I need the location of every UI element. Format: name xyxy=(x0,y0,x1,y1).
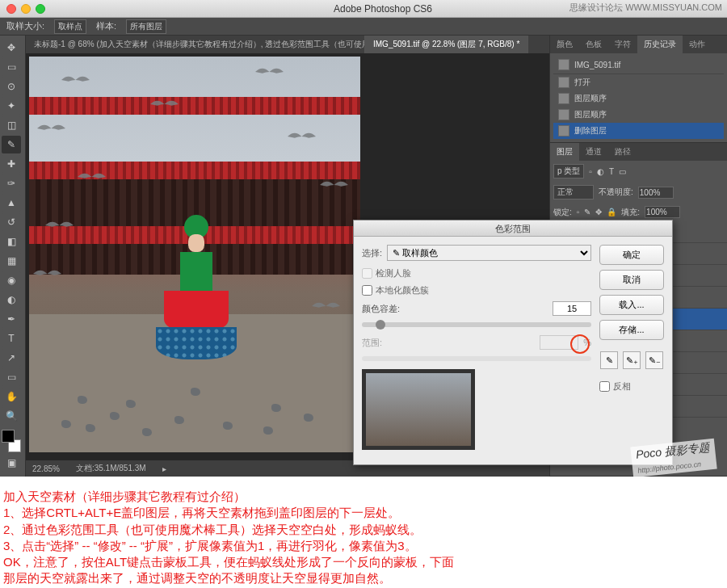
filter-shape-icon[interactable]: ▭ xyxy=(619,167,626,176)
history-tab-3[interactable]: 历史记录 xyxy=(637,36,683,53)
localized-checkbox[interactable] xyxy=(362,285,372,296)
detect-faces-label: 检测人脸 xyxy=(376,267,411,279)
layer-filter[interactable]: p 类型 xyxy=(553,164,584,178)
color-swatches[interactable] xyxy=(2,430,21,452)
tutorial-line-2: 2、通过色彩范围工具（也可使用魔术棒工具）选择天空空白处，形成蚂蚁线。 xyxy=(3,522,724,538)
range-slider xyxy=(362,356,591,361)
stamp-tool[interactable]: ▲ xyxy=(2,194,21,212)
fuzziness-label: 颜色容差: xyxy=(362,303,400,315)
fill-label: 填充: xyxy=(621,207,640,218)
sample-size-dropdown[interactable]: 取样点 xyxy=(54,19,86,34)
cancel-button[interactable]: 取消 xyxy=(599,270,664,290)
history-file-name: IMG_5091.tif xyxy=(574,61,620,69)
eyedropper-sub-icon[interactable]: ✎₋ xyxy=(645,351,663,369)
layer-tab-0[interactable]: 图层 xyxy=(550,143,579,161)
layer-tab-2[interactable]: 路径 xyxy=(608,143,637,161)
localized-label: 本地化颜色簇 xyxy=(376,284,429,296)
history-tab-1[interactable]: 色板 xyxy=(579,36,608,53)
fill-input[interactable] xyxy=(645,206,680,218)
hand-tool[interactable]: ✋ xyxy=(2,388,21,405)
history-brush-tool[interactable]: ↺ xyxy=(2,213,21,231)
zoom-level[interactable]: 22.85% xyxy=(32,464,60,473)
brush-tool[interactable]: ✑ xyxy=(2,174,21,192)
eyedropper-tool[interactable]: ✎ xyxy=(2,136,21,153)
zoom-tool[interactable]: 🔍 xyxy=(2,407,21,425)
document-tabs: 未标题-1 @ 68% (加入天空素材（详细步骤其它教程有过介绍）, 透过色彩范… xyxy=(26,36,549,53)
crop-tool[interactable]: ◫ xyxy=(2,116,21,134)
range-label: 范围: xyxy=(362,337,382,349)
options-bar: 取样大小: 取样点 样本: 所有图层 xyxy=(0,18,727,36)
invert-label: 反相 xyxy=(613,380,631,393)
fuzziness-input[interactable] xyxy=(553,301,591,316)
tool-sidebar: ✥ ▭ ⊙ ✦ ◫ ✎ ✚ ✑ ▲ ↺ ◧ ▦ ◉ ◐ ✒ T ↗ ▭ ✋ 🔍 … xyxy=(0,36,26,477)
document-tab-1[interactable]: IMG_5091.tif @ 22.8% (图层 7, RGB/8) * xyxy=(365,36,528,53)
fuzziness-slider[interactable] xyxy=(362,322,591,327)
sample-label: 样本: xyxy=(96,20,116,32)
foreground-color[interactable] xyxy=(2,430,15,443)
canvas-image xyxy=(29,57,360,452)
lock-label: 锁定: xyxy=(553,207,572,218)
preview-box xyxy=(362,369,475,450)
wand-tool[interactable]: ✦ xyxy=(2,97,21,115)
heal-tool[interactable]: ✚ xyxy=(2,155,21,173)
history-panel: 颜色色板字符历史记录动作 IMG_5091.tif 打开图层顺序图层顺序删除图层 xyxy=(550,36,727,143)
save-button[interactable]: 存储... xyxy=(599,320,664,340)
quick-mask-toggle[interactable]: ▣ xyxy=(2,454,21,472)
lock-all-icon[interactable]: 🔒 xyxy=(607,208,616,216)
filter-text-icon[interactable]: T xyxy=(609,167,614,176)
path-tool[interactable]: ↗ xyxy=(2,349,21,367)
detect-faces-checkbox xyxy=(362,268,372,279)
filter-adj-icon[interactable]: ◐ xyxy=(597,167,604,176)
minimize-window-button[interactable] xyxy=(21,4,31,14)
select-label: 选择: xyxy=(362,247,382,259)
history-item-1[interactable]: 图层顺序 xyxy=(553,90,724,107)
marquee-tool[interactable]: ▭ xyxy=(2,58,21,76)
status-arrow-icon[interactable]: ▸ xyxy=(162,464,166,473)
invert-checkbox[interactable] xyxy=(599,381,610,392)
blur-tool[interactable]: ◉ xyxy=(2,271,21,289)
history-tab-0[interactable]: 颜色 xyxy=(550,36,579,53)
tutorial-line-1: 1、选择CRTL+ALT+E盖印图层，再将天空素材拖到盖印图层的下一层处。 xyxy=(3,505,724,521)
history-tab-4[interactable]: 动作 xyxy=(683,36,712,53)
history-tab-2[interactable]: 字符 xyxy=(608,36,637,53)
watermark-top: 思缘设计论坛 WWW.MISSYUAN.COM xyxy=(569,2,722,14)
history-item-3[interactable]: 删除图层 xyxy=(553,123,724,139)
lock-paint-icon[interactable]: ✎ xyxy=(584,208,590,216)
sample-dropdown[interactable]: 所有图层 xyxy=(126,19,166,34)
type-tool[interactable]: T xyxy=(2,330,21,347)
lock-pos-icon[interactable]: ✥ xyxy=(595,208,602,216)
sample-size-label: 取样大小: xyxy=(6,20,44,32)
document-tab-0[interactable]: 未标题-1 @ 68% (加入天空素材（详细步骤其它教程有过介绍）, 透过色彩范… xyxy=(26,36,365,53)
layer-tab-1[interactable]: 通道 xyxy=(579,143,608,161)
eyedropper-icon[interactable]: ✎ xyxy=(600,351,618,369)
tutorial-line-5: 那层的天空就露出来了，通过调整天空的不透明度让天空显得更加自然。 xyxy=(3,570,724,586)
dialog-title: 色彩范围 xyxy=(354,220,672,237)
history-item-0[interactable]: 打开 xyxy=(553,74,724,90)
close-window-button[interactable] xyxy=(6,4,16,14)
tutorial-line-4: OK，注意了，按住ALT键点击蒙板工具，便在蚂蚁线处形成了一个反向的蒙板，下面 xyxy=(3,554,724,570)
select-dropdown[interactable]: ✎ 取样颜色 xyxy=(387,245,591,261)
history-source[interactable]: IMG_5091.tif xyxy=(553,57,724,74)
pen-tool[interactable]: ✒ xyxy=(2,310,21,328)
file-size: 文档:35.1M/851.3M xyxy=(76,463,146,474)
ok-button[interactable]: 确定 xyxy=(599,245,664,265)
history-item-2[interactable]: 图层顺序 xyxy=(553,107,724,123)
opacity-label: 不透明度: xyxy=(599,187,633,198)
tutorial-line-0: 加入天空素材（详细步骤其它教程有过介绍） xyxy=(3,489,724,505)
blend-mode-dropdown[interactable]: 正常 xyxy=(553,185,594,200)
move-tool[interactable]: ✥ xyxy=(2,39,21,57)
dodge-tool[interactable]: ◐ xyxy=(2,291,21,309)
lock-trans-icon[interactable]: ▫ xyxy=(577,208,580,216)
opacity-input[interactable] xyxy=(638,187,674,199)
tutorial-text: 加入天空素材（详细步骤其它教程有过介绍） 1、选择CRTL+ALT+E盖印图层，… xyxy=(3,489,724,587)
zoom-window-button[interactable] xyxy=(36,4,45,14)
shape-tool[interactable]: ▭ xyxy=(2,368,21,386)
load-button[interactable]: 载入... xyxy=(599,295,664,315)
gradient-tool[interactable]: ▦ xyxy=(2,252,21,270)
eraser-tool[interactable]: ◧ xyxy=(2,233,21,250)
color-range-dialog: 色彩范围 选择: ✎ 取样颜色 检测人脸 本地化颜色簇 颜色容差: 范围: % xyxy=(353,220,673,465)
filter-pixel-icon[interactable]: ▫ xyxy=(589,167,592,176)
eyedropper-add-icon[interactable]: ✎₊ xyxy=(623,351,641,369)
lasso-tool[interactable]: ⊙ xyxy=(2,78,21,95)
tutorial-line-3: 3、点击“选择” -- “修改” -- “扩展”，扩展像素值为1，再进行羽化，像… xyxy=(3,538,724,554)
